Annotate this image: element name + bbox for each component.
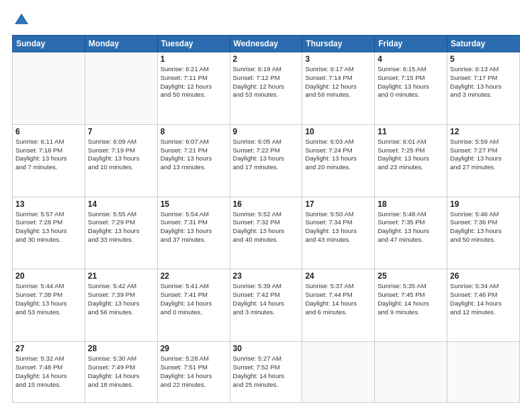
day-number: 17 (305, 199, 371, 209)
day-info: Sunrise: 5:30 AM Sunset: 7:49 PM Dayligh… (88, 355, 154, 389)
day-number: 28 (88, 344, 154, 353)
day-number: 16 (233, 199, 300, 209)
calendar-table: SundayMondayTuesdayWednesdayThursdayFrid… (12, 35, 520, 403)
week-row-4: 20Sunrise: 5:44 AM Sunset: 7:38 PM Dayli… (13, 269, 520, 342)
day-info: Sunrise: 5:54 AM Sunset: 7:31 PM Dayligh… (161, 210, 227, 244)
day-info: Sunrise: 5:57 AM Sunset: 7:28 PM Dayligh… (15, 210, 82, 244)
calendar-cell: 24Sunrise: 5:37 AM Sunset: 7:44 PM Dayli… (302, 269, 375, 342)
day-number: 2 (233, 54, 300, 64)
calendar-cell: 1Sunrise: 6:21 AM Sunset: 7:11 PM Daylig… (157, 52, 230, 125)
calendar-cell: 18Sunrise: 5:48 AM Sunset: 7:35 PM Dayli… (375, 197, 447, 269)
weekday-header-saturday: Saturday (447, 36, 520, 52)
day-info: Sunrise: 5:35 AM Sunset: 7:45 PM Dayligh… (378, 282, 444, 316)
calendar-cell: 29Sunrise: 5:28 AM Sunset: 7:51 PM Dayli… (157, 342, 230, 403)
day-info: Sunrise: 6:03 AM Sunset: 7:24 PM Dayligh… (305, 138, 371, 172)
day-info: Sunrise: 5:48 AM Sunset: 7:35 PM Dayligh… (378, 210, 444, 244)
day-number: 7 (88, 127, 154, 136)
day-info: Sunrise: 5:55 AM Sunset: 7:29 PM Dayligh… (88, 210, 154, 244)
calendar-cell: 28Sunrise: 5:30 AM Sunset: 7:49 PM Dayli… (85, 342, 157, 403)
day-info: Sunrise: 6:15 AM Sunset: 7:15 PM Dayligh… (378, 65, 444, 99)
day-number: 24 (305, 271, 371, 281)
calendar-cell: 14Sunrise: 5:55 AM Sunset: 7:29 PM Dayli… (85, 197, 157, 269)
day-number: 11 (378, 127, 444, 136)
day-info: Sunrise: 5:37 AM Sunset: 7:44 PM Dayligh… (305, 282, 371, 316)
calendar-cell: 30Sunrise: 5:27 AM Sunset: 7:52 PM Dayli… (230, 342, 302, 403)
day-info: Sunrise: 5:27 AM Sunset: 7:52 PM Dayligh… (233, 355, 300, 389)
day-number: 9 (233, 127, 300, 136)
day-number: 8 (161, 127, 227, 136)
calendar-cell: 27Sunrise: 5:32 AM Sunset: 7:48 PM Dayli… (13, 342, 85, 403)
day-info: Sunrise: 5:32 AM Sunset: 7:48 PM Dayligh… (15, 355, 82, 389)
calendar-cell: 20Sunrise: 5:44 AM Sunset: 7:38 PM Dayli… (13, 269, 85, 342)
calendar-cell: 25Sunrise: 5:35 AM Sunset: 7:45 PM Dayli… (375, 269, 447, 342)
day-info: Sunrise: 5:28 AM Sunset: 7:51 PM Dayligh… (161, 355, 227, 389)
calendar-cell: 7Sunrise: 6:09 AM Sunset: 7:19 PM Daylig… (85, 124, 157, 197)
calendar-cell: 23Sunrise: 5:39 AM Sunset: 7:42 PM Dayli… (230, 269, 302, 342)
day-number: 5 (450, 54, 517, 64)
weekday-header-friday: Friday (375, 36, 447, 52)
calendar-cell: 12Sunrise: 5:59 AM Sunset: 7:27 PM Dayli… (447, 124, 520, 197)
day-info: Sunrise: 5:42 AM Sunset: 7:39 PM Dayligh… (88, 282, 154, 316)
calendar-cell: 6Sunrise: 6:11 AM Sunset: 7:18 PM Daylig… (13, 124, 85, 197)
week-row-2: 6Sunrise: 6:11 AM Sunset: 7:18 PM Daylig… (13, 124, 520, 197)
calendar-cell: 10Sunrise: 6:03 AM Sunset: 7:24 PM Dayli… (302, 124, 375, 197)
calendar-cell (447, 342, 520, 403)
week-row-5: 27Sunrise: 5:32 AM Sunset: 7:48 PM Dayli… (13, 342, 520, 403)
day-number: 6 (15, 127, 82, 136)
page: SundayMondayTuesdayWednesdayThursdayFrid… (0, 0, 532, 411)
day-info: Sunrise: 6:21 AM Sunset: 7:11 PM Dayligh… (161, 65, 227, 99)
calendar-cell: 17Sunrise: 5:50 AM Sunset: 7:34 PM Dayli… (302, 197, 375, 269)
day-info: Sunrise: 6:17 AM Sunset: 7:14 PM Dayligh… (305, 65, 371, 99)
logo (12, 11, 35, 30)
day-info: Sunrise: 6:11 AM Sunset: 7:18 PM Dayligh… (15, 138, 82, 172)
day-number: 3 (305, 54, 371, 64)
calendar-cell: 15Sunrise: 5:54 AM Sunset: 7:31 PM Dayli… (157, 197, 230, 269)
calendar-cell (85, 52, 157, 125)
day-number: 12 (450, 127, 517, 136)
header (12, 11, 520, 30)
day-info: Sunrise: 5:39 AM Sunset: 7:42 PM Dayligh… (233, 282, 300, 316)
day-number: 10 (305, 127, 371, 136)
calendar-cell: 13Sunrise: 5:57 AM Sunset: 7:28 PM Dayli… (13, 197, 85, 269)
weekday-header-row: SundayMondayTuesdayWednesdayThursdayFrid… (13, 36, 520, 52)
day-info: Sunrise: 5:46 AM Sunset: 7:36 PM Dayligh… (450, 210, 517, 244)
week-row-3: 13Sunrise: 5:57 AM Sunset: 7:28 PM Dayli… (13, 197, 520, 269)
day-info: Sunrise: 5:34 AM Sunset: 7:46 PM Dayligh… (450, 282, 517, 316)
day-number: 26 (450, 271, 517, 281)
calendar-cell: 4Sunrise: 6:15 AM Sunset: 7:15 PM Daylig… (375, 52, 447, 125)
day-number: 30 (233, 344, 300, 353)
day-info: Sunrise: 5:59 AM Sunset: 7:27 PM Dayligh… (450, 138, 517, 172)
day-info: Sunrise: 5:41 AM Sunset: 7:41 PM Dayligh… (161, 282, 227, 316)
calendar-cell (302, 342, 375, 403)
calendar-cell: 5Sunrise: 6:13 AM Sunset: 7:17 PM Daylig… (447, 52, 520, 125)
calendar-cell: 2Sunrise: 6:19 AM Sunset: 7:12 PM Daylig… (230, 52, 302, 125)
calendar-cell: 26Sunrise: 5:34 AM Sunset: 7:46 PM Dayli… (447, 269, 520, 342)
day-number: 18 (378, 199, 444, 209)
day-number: 22 (161, 271, 227, 281)
day-number: 21 (88, 271, 154, 281)
weekday-header-monday: Monday (85, 36, 157, 52)
calendar-cell (13, 52, 85, 125)
day-info: Sunrise: 5:50 AM Sunset: 7:34 PM Dayligh… (305, 210, 371, 244)
day-number: 1 (161, 54, 227, 64)
day-number: 4 (378, 54, 444, 64)
weekday-header-sunday: Sunday (13, 36, 85, 52)
calendar-cell: 8Sunrise: 6:07 AM Sunset: 7:21 PM Daylig… (157, 124, 230, 197)
calendar-cell: 21Sunrise: 5:42 AM Sunset: 7:39 PM Dayli… (85, 269, 157, 342)
calendar-cell: 22Sunrise: 5:41 AM Sunset: 7:41 PM Dayli… (157, 269, 230, 342)
week-row-1: 1Sunrise: 6:21 AM Sunset: 7:11 PM Daylig… (13, 52, 520, 125)
calendar-cell: 9Sunrise: 6:05 AM Sunset: 7:22 PM Daylig… (230, 124, 302, 197)
day-number: 19 (450, 199, 517, 209)
calendar-cell (375, 342, 447, 403)
weekday-header-tuesday: Tuesday (157, 36, 230, 52)
logo-icon (12, 11, 31, 30)
day-info: Sunrise: 6:13 AM Sunset: 7:17 PM Dayligh… (450, 65, 517, 99)
day-number: 20 (15, 271, 82, 281)
day-number: 13 (15, 199, 82, 209)
day-info: Sunrise: 6:19 AM Sunset: 7:12 PM Dayligh… (233, 65, 300, 99)
day-info: Sunrise: 6:05 AM Sunset: 7:22 PM Dayligh… (233, 138, 300, 172)
calendar-cell: 11Sunrise: 6:01 AM Sunset: 7:25 PM Dayli… (375, 124, 447, 197)
day-number: 25 (378, 271, 444, 281)
calendar-cell: 19Sunrise: 5:46 AM Sunset: 7:36 PM Dayli… (447, 197, 520, 269)
day-number: 14 (88, 199, 154, 209)
